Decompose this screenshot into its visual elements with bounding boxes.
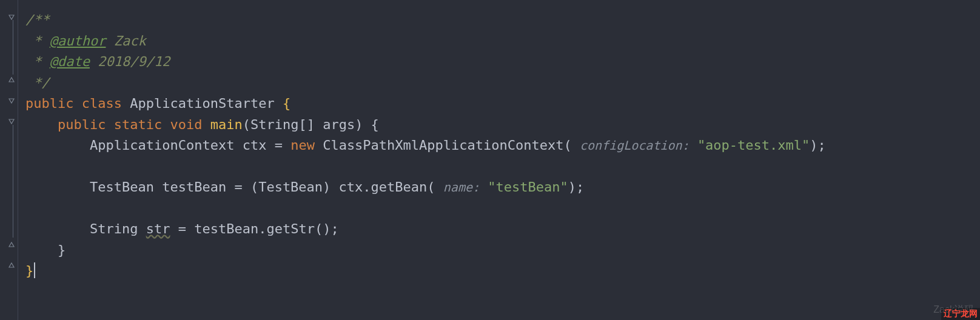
param-hint-name: name: bbox=[443, 180, 480, 195]
fold-collapse-icon[interactable] bbox=[8, 13, 15, 21]
editor-gutter bbox=[0, 0, 18, 320]
string-literal: "aop-test.xml" bbox=[697, 138, 810, 153]
fold-collapse-icon[interactable] bbox=[8, 118, 15, 125]
javadoc-date-value: 2018/9/12 bbox=[98, 54, 170, 69]
corner-badge: 辽宁龙网 bbox=[941, 308, 980, 320]
method-name: main bbox=[210, 117, 243, 132]
fold-end-icon bbox=[8, 76, 15, 84]
fold-end-icon bbox=[8, 262, 15, 269]
fold-line bbox=[13, 125, 13, 238]
param-hint-configlocation: configLocation: bbox=[580, 138, 690, 153]
unused-variable: str bbox=[146, 221, 170, 236]
comment-close: */ bbox=[25, 75, 50, 90]
class-name: ApplicationStarter bbox=[130, 96, 274, 111]
fold-line bbox=[13, 20, 13, 75]
fold-collapse-icon[interactable] bbox=[8, 97, 15, 104]
string-literal: "testBean" bbox=[488, 179, 568, 195]
javadoc-author-tag: @author bbox=[50, 33, 106, 48]
text-caret bbox=[34, 262, 35, 278]
comment-open: /** bbox=[25, 12, 50, 27]
code-area[interactable]: /** * @author Zack * @date 2018/9/12 */ … bbox=[25, 10, 826, 282]
javadoc-date-tag: @date bbox=[50, 54, 90, 69]
fold-end-icon bbox=[8, 241, 15, 248]
keyword-public: public bbox=[25, 96, 73, 111]
javadoc-author-value: Zack bbox=[114, 33, 146, 48]
keyword-class: class bbox=[82, 96, 122, 111]
